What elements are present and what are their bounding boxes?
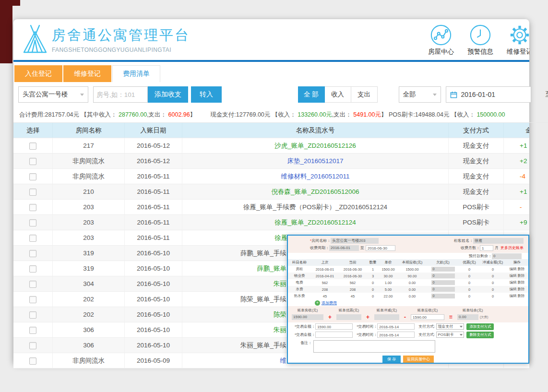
delete-link[interactable]: 删除 (518, 267, 525, 271)
edit-link[interactable]: 编辑 (510, 280, 517, 285)
payment-method-action-button[interactable]: 添加支付方式 (466, 323, 494, 330)
popup-remark-textarea[interactable] (313, 340, 435, 353)
category-select[interactable]: 全部 (399, 86, 441, 103)
row-checkbox[interactable] (29, 281, 36, 288)
add-income-expense-button[interactable]: 添加收支 (148, 86, 188, 103)
building-select[interactable]: 头宫公寓一号楼 (18, 86, 88, 103)
room-number-input[interactable] (93, 86, 148, 103)
popup-received-input[interactable]: 1590.00 (292, 314, 323, 320)
pos-income: 150000.00 (477, 111, 505, 118)
row-checkbox[interactable] (29, 265, 36, 273)
row-checkbox[interactable] (29, 327, 36, 334)
popup-save-button[interactable]: 保 存 (382, 356, 401, 363)
row-checkbox[interactable] (29, 311, 36, 319)
debt-input[interactable]: 0 (431, 287, 455, 292)
row-checkbox[interactable] (29, 204, 36, 211)
row-checkbox[interactable] (29, 173, 36, 180)
edit-link[interactable]: 编辑 (510, 294, 517, 298)
name-cell: 徐雁_账单_手续费（POS刷卡）_ZD20160512124 (182, 200, 449, 214)
delete-link[interactable]: 删除 (518, 273, 525, 278)
bill-link[interactable]: 朱丽 (274, 280, 286, 287)
popup-discount-input[interactable] (336, 314, 361, 320)
cash-income: 133260.00元 (298, 111, 332, 118)
popup-back-button[interactable]: 返回房屋中心 (403, 356, 434, 363)
debt-input[interactable]: 0 (431, 280, 455, 285)
bill-link[interactable]: 薛鹏_账单 (257, 265, 286, 272)
tab-checkin-register[interactable]: 入住登记 (14, 65, 62, 82)
transaction-time-input[interactable]: 2016-05-14 (377, 323, 415, 330)
bill-link[interactable]: 维 (280, 357, 287, 364)
delete-link[interactable]: 删除 (518, 287, 525, 291)
bill-link[interactable]: 沙虎_账单_ZD20160512126 (274, 142, 356, 149)
row-checkbox[interactable] (29, 296, 36, 303)
transaction-amount-input[interactable]: 1590.00 (315, 323, 353, 330)
bill-link[interactable]: 倪春森_账单_ZD20160512006 (271, 188, 359, 195)
name-cell: 倪春森_账单_ZD20160512006 (182, 184, 449, 199)
row-checkbox[interactable] (29, 219, 36, 226)
popup-months-input[interactable]: 1 (480, 245, 493, 251)
row-checkbox[interactable] (29, 143, 36, 150)
select-cell (13, 215, 53, 230)
bill-link[interactable]: 朱丽 (274, 326, 286, 333)
popup-due-input[interactable]: 1590.00 (411, 314, 444, 320)
row-checkbox[interactable] (29, 342, 36, 349)
row-checkbox[interactable] (29, 250, 36, 257)
edit-link[interactable]: 编辑 (510, 267, 517, 271)
popup-tenant-input[interactable]: 徐雁 (473, 238, 524, 244)
payment-method-select[interactable]: POS刷卡 (436, 332, 464, 338)
nav-house-center[interactable]: 房屋中心 (423, 24, 459, 56)
popup-period-from-input[interactable]: 2016-06-01 (329, 245, 359, 251)
chevron-down-icon (460, 334, 463, 336)
popup-period-to-input[interactable]: 2016-06-30 (366, 245, 395, 251)
bill-link[interactable]: 薛鹏_账单_手续 (240, 249, 286, 257)
plus-operator: + (366, 315, 369, 320)
bill-link[interactable]: 维修材料_20160512011 (281, 173, 349, 180)
debt-input[interactable]: 0 (431, 267, 455, 272)
date-from-input[interactable]: 2016-01-01 (446, 86, 531, 103)
row-checkbox[interactable] (29, 235, 36, 242)
nav-repair-register[interactable]: 维修登记 (501, 24, 529, 56)
debt-input[interactable]: 0 (431, 273, 455, 278)
payment-method-action-button[interactable]: 删除支付方式 (466, 332, 494, 338)
tab-repair-register[interactable]: 维修登记 (63, 65, 111, 82)
popup-add-fee-link[interactable]: 添加费用 (322, 300, 337, 306)
popup-column-header: 冲减金额(元) (480, 260, 506, 265)
date-cell: 2016-05-10 (125, 276, 182, 291)
edit-link[interactable]: 编辑 (510, 273, 517, 278)
transfer-in-button[interactable]: 转入 (191, 86, 222, 103)
row-checkbox[interactable] (29, 189, 36, 196)
bill-link[interactable]: 徐雁_账单_手续费（POS刷卡）_ZD20160512124 (243, 203, 387, 211)
nav-warning-info[interactable]: 预警信息 (462, 24, 499, 56)
payment-method-select[interactable]: 现金支付 (436, 323, 464, 330)
debt-input[interactable]: 0 (431, 294, 455, 298)
transaction-time-input[interactable]: 2016-05-14 (377, 332, 415, 338)
popup-fee-cell: 0 (367, 287, 379, 292)
delete-link[interactable]: 删除 (518, 294, 525, 298)
room-cell: 203 (53, 215, 125, 230)
segment-expense[interactable]: 支出 (351, 86, 378, 103)
bill-link[interactable]: 朱丽_账单_手续 (240, 342, 286, 349)
popup-balance-input[interactable]: 0.00 (457, 314, 478, 320)
tab-fee-list[interactable]: 费用清单 (112, 65, 160, 82)
edit-link[interactable]: 编辑 (510, 287, 517, 291)
popup-offset-input[interactable] (374, 314, 399, 320)
bill-link[interactable]: 陈荣_账单_手续 (240, 296, 286, 303)
segment-all[interactable]: 全 部 (298, 86, 325, 103)
row-checkbox[interactable] (29, 357, 36, 365)
transaction-amount-input[interactable] (315, 332, 353, 338)
amount-value: -4 (520, 173, 525, 180)
row-checkbox[interactable] (29, 158, 36, 165)
popup-column-header: 欠款(元) (427, 260, 459, 265)
bill-link[interactable]: 床垫_20160512017 (287, 157, 343, 165)
popup-fee-cell: 0 (427, 287, 459, 292)
popup-column-header: 上次 (311, 260, 339, 265)
segment-income[interactable]: 收入 (325, 86, 351, 103)
bill-link[interactable]: 陈荣 (274, 311, 286, 318)
popup-fee-row: 房租2016-06-012016-06-3011500.001500.00000… (288, 266, 528, 273)
popup-room-input[interactable]: 头宫公寓一号楼203 (331, 238, 379, 244)
popup-history-link[interactable]: 更多历史账单 (500, 245, 524, 250)
delete-link[interactable]: 删除 (518, 280, 525, 285)
popup-prepay-input[interactable]: 0 (492, 253, 522, 259)
popup-fee-cell: 0 (480, 287, 506, 292)
bill-link[interactable]: 徐雁_账单_ZD20160512124 (274, 219, 356, 226)
